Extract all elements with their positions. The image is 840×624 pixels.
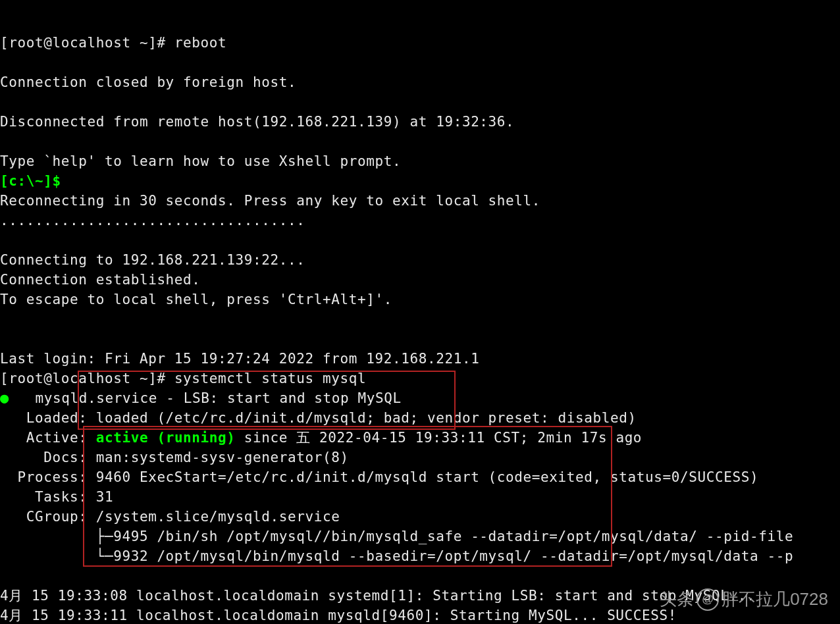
watermark-brand: 头条: [660, 588, 694, 611]
output-line: CGroup: /system.slice/mysqld.service: [0, 509, 340, 525]
output-line: Connection closed by foreign host.: [0, 74, 296, 90]
watermark: 头条 @ 胖不拉几0728: [660, 588, 828, 611]
status-bullet-icon: ●: [0, 390, 9, 406]
command: reboot: [174, 35, 226, 51]
output-line: 4月 15 19:33:08 localhost.localdomain sys…: [0, 588, 755, 604]
output-line: Tasks: 31: [0, 489, 113, 505]
output-line: └─9932 /opt/mysql/bin/mysqld --basedir=/…: [0, 548, 793, 564]
command: systemctl status mysql: [174, 371, 366, 386]
output-line: To escape to local shell, press 'Ctrl+Al…: [0, 292, 392, 307]
output-line: Connecting to 192.168.221.139:22...: [0, 252, 305, 268]
output-line: ...................................: [0, 213, 305, 228]
watermark-user: 胖不拉几0728: [722, 588, 828, 611]
local-prompt: [c:\~]$: [0, 173, 61, 189]
prompt: [root@localhost ~]#: [0, 371, 174, 386]
output-line: Process: 9460 ExecStart=/etc/rc.d/init.d…: [0, 469, 758, 485]
output-line: since 五 2022-04-15 19:33:11 CST; 2min 17…: [236, 430, 643, 446]
output-line: Type `help' to learn how to use Xshell p…: [0, 153, 401, 169]
output-line: ├─9495 /bin/sh /opt/mysql//bin/mysqld_sa…: [0, 529, 793, 544]
output-line: Last login: Fri Apr 15 19:27:24 2022 fro…: [0, 351, 479, 367]
output-line: Reconnecting in 30 seconds. Press any ke…: [0, 193, 540, 209]
active-status: active (running): [96, 430, 236, 446]
output-line: Loaded: loaded (/etc/rc.d/init.d/mysqld;…: [0, 410, 637, 426]
output-line: Disconnected from remote host(192.168.22…: [0, 114, 514, 130]
output-line: mysqld.service - LSB: start and stop MyS…: [9, 390, 402, 406]
terminal-output[interactable]: [root@localhost ~]# reboot Connection cl…: [0, 0, 840, 624]
output-line: Connection established.: [0, 272, 201, 288]
output-line: Active:: [0, 430, 96, 446]
prompt: [root@localhost ~]#: [0, 35, 174, 51]
output-line: 4月 15 19:33:11 localhost.localdomain mys…: [0, 608, 677, 623]
watermark-at-icon: @: [696, 588, 719, 611]
output-line: Docs: man:systemd-sysv-generator(8): [0, 450, 349, 465]
